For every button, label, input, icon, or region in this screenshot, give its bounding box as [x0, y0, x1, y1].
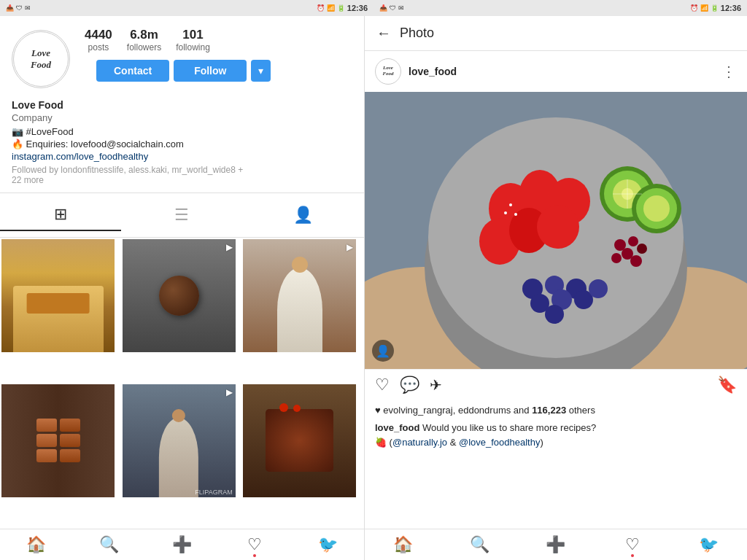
like-button[interactable]: ♡	[375, 376, 390, 394]
shield-icon-right: 🛡	[390, 4, 396, 12]
nav-home-left[interactable]: 🏠	[0, 535, 73, 554]
grid-item-6[interactable]	[243, 384, 356, 497]
nav-add-left[interactable]: ➕	[146, 535, 219, 554]
post-username[interactable]: love_food	[409, 66, 721, 77]
add-icon-right: ➕	[546, 535, 565, 554]
caption-username[interactable]: love_food	[375, 422, 419, 433]
grid-item-4[interactable]	[1, 384, 115, 497]
profile-icon-left: 🐦	[318, 535, 338, 554]
stat-following: 101 following	[176, 28, 210, 52]
shield-icon: 🛡	[16, 4, 23, 12]
alarm-icon-left: ⏰	[317, 4, 325, 12]
time-right: 12:36	[721, 4, 741, 12]
grid-overlay-5: ▶	[226, 387, 233, 397]
svg-point-21	[637, 244, 647, 254]
left-panel-profile: LoveFood 4440 posts 6.8m followers 101 f…	[0, 16, 365, 560]
dropdown-button[interactable]: ▾	[251, 60, 271, 82]
likes-text: ♥ evolving_rangraj, eddondrums and 116,2…	[375, 405, 595, 416]
download-icon-right: 📥	[379, 4, 387, 12]
share-button[interactable]: ✈	[430, 376, 442, 394]
mail-icon-right: ✉	[398, 4, 404, 12]
more-options-button[interactable]: ⋮	[721, 63, 737, 80]
svg-point-22	[611, 253, 622, 263]
search-icon-right: 🔍	[470, 535, 489, 554]
nav-heart-right[interactable]: ♡	[594, 535, 670, 554]
post-image-container: 👤	[365, 92, 747, 369]
tab-tagged[interactable]: 👤	[243, 199, 364, 231]
time-left: 12:36	[347, 4, 368, 12]
nav-profile-left[interactable]: 🐦	[291, 535, 364, 554]
nav-home-right[interactable]: 🏠	[365, 535, 441, 554]
svg-point-31	[589, 279, 608, 298]
svg-point-33	[514, 213, 517, 216]
tab-bar: ⊞ ☰ 👤	[0, 192, 364, 238]
caption-tag-1[interactable]: @naturally.jo	[392, 437, 447, 448]
photo-title: Photo	[400, 26, 735, 41]
heart-icon-left: ♡	[247, 535, 262, 554]
user-tag-button[interactable]: 👤	[372, 340, 394, 362]
posts-label: posts	[88, 42, 109, 52]
heart-icon-right: ♡	[625, 535, 640, 554]
svg-point-10	[537, 205, 579, 249]
home-icon-left: 🏠	[26, 535, 46, 554]
contact-button[interactable]: Contact	[96, 60, 169, 82]
person-icon: 👤	[293, 206, 313, 225]
right-bottom-nav: 🏠 🔍 ➕ ♡ 🐦	[365, 529, 747, 560]
battery-icon-right: 🔋	[711, 4, 719, 12]
comment-button[interactable]: 💬	[400, 376, 419, 394]
status-right-left-icons: 📥 🛡 ✉	[379, 4, 404, 12]
post-caption: love_food Would you like us to share mor…	[365, 419, 747, 455]
heart-dot-left	[253, 554, 256, 557]
profile-stats: 4440 posts 6.8m followers 101 following	[85, 28, 282, 52]
back-arrow[interactable]: ←	[376, 25, 391, 42]
status-bar-left: 📥 🛡 ✉ ⏰ 📶 🔋 12:36	[0, 0, 374, 16]
add-icon-left: ➕	[172, 535, 192, 554]
right-panel-photo: ← Photo LoveFood love_food ⋮	[365, 16, 747, 560]
follow-button[interactable]: Follow	[174, 60, 247, 82]
stat-followers: 6.8m followers	[127, 28, 161, 52]
grid-item-1[interactable]	[1, 239, 115, 352]
svg-point-19	[628, 236, 638, 246]
grid-item-2[interactable]: ▶	[123, 239, 236, 352]
profile-bio-1: 📷 #LoveFood	[12, 126, 352, 137]
svg-point-17	[643, 195, 670, 222]
likes-count: 116,223	[532, 405, 566, 416]
bookmark-button[interactable]: 🔖	[717, 376, 737, 394]
nav-search-right[interactable]: 🔍	[441, 535, 518, 554]
nav-add-right[interactable]: ➕	[518, 535, 595, 554]
action-buttons: Contact Follow ▾	[85, 60, 282, 90]
nav-heart-left[interactable]: ♡	[218, 535, 291, 554]
likes-prefix: ♥ evolving_rangraj, eddondrums and	[375, 405, 532, 416]
profile-link[interactable]: instagram.com/love_foodhealthy	[12, 151, 352, 162]
following-count: 101	[182, 28, 203, 42]
video-icon-5: ▶	[226, 387, 233, 397]
post-likes: ♥ evolving_rangraj, eddondrums and 116,2…	[365, 400, 747, 419]
grid-item-3[interactable]: ▶	[243, 239, 356, 352]
status-bar-right: 📥 🛡 ✉ ⏰ 📶 🔋 12:36	[374, 0, 747, 16]
nav-profile-right[interactable]: 🐦	[670, 535, 747, 554]
profile-info: Love Food Company 📷 #LoveFood 🔥 Enquirie…	[0, 99, 364, 192]
video-icon-2: ▶	[226, 242, 233, 252]
mail-icon: ✉	[25, 4, 31, 12]
grid-icon: ⊞	[54, 205, 67, 224]
caption-tag-2[interactable]: @love_foodhealthy	[459, 437, 541, 448]
grid-item-5[interactable]: ▶ FLIPAGRAM	[123, 384, 236, 497]
tab-grid[interactable]: ⊞	[0, 199, 121, 231]
alarm-icon-right: ⏰	[690, 4, 698, 12]
tag-person-icon: 👤	[376, 344, 390, 358]
tab-list[interactable]: ☰	[121, 199, 242, 231]
post-actions: ♡ 💬 ✈ 🔖	[365, 369, 747, 400]
grid-overlay-3: ▶	[347, 242, 353, 252]
svg-point-30	[545, 305, 564, 324]
avatar-text: LoveFood	[31, 47, 51, 70]
main-content: LoveFood 4440 posts 6.8m followers 101 f…	[0, 16, 747, 560]
status-left-right-icons: ⏰ 📶 🔋 12:36	[317, 4, 368, 12]
profile-category: Company	[12, 112, 352, 123]
svg-point-23	[630, 255, 642, 267]
photo-grid: ▶ ▶	[0, 238, 364, 529]
wifi-icon-right: 📶	[700, 4, 708, 12]
nav-search-left[interactable]: 🔍	[73, 535, 146, 554]
profile-followed-by: Followed by londonfitnesslife, aless.kak…	[12, 165, 352, 185]
profile-stats-container: 4440 posts 6.8m followers 101 following …	[85, 28, 282, 90]
list-icon: ☰	[174, 206, 189, 225]
